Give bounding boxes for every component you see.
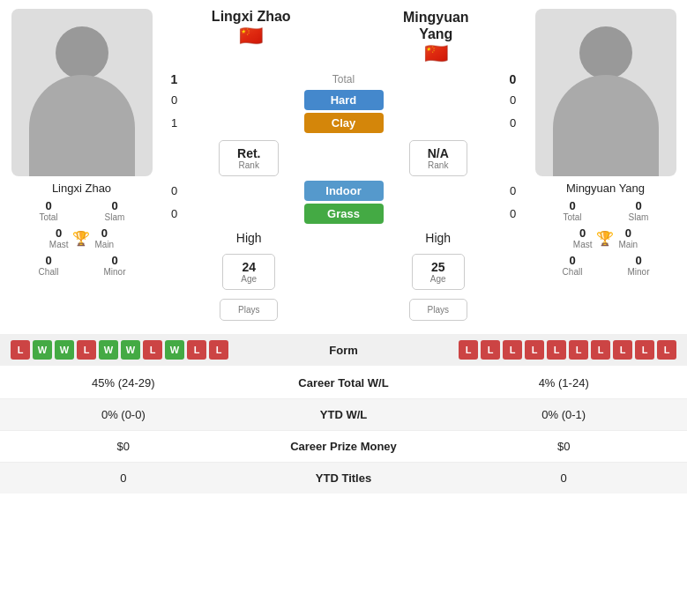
form-rl9: L: [635, 340, 654, 360]
form-center-label: Form: [291, 344, 397, 357]
right-mast-box: 0Mast: [573, 226, 593, 249]
form-rl10: L: [657, 340, 676, 360]
left-plays-box: Plays: [220, 299, 278, 321]
left-slam-box: 0Slam: [88, 199, 141, 222]
left-name: Lingxi Zhao: [52, 182, 111, 195]
indoor-row: 0 Indoor 0: [159, 181, 528, 201]
rank-boxes-row: Ret. Rank N/A Rank: [159, 140, 528, 176]
career-wl-row: 45% (24-29) Career Total W/L 4% (1-24): [0, 367, 687, 399]
hard-row: 0 Hard 0: [159, 90, 528, 110]
plays-boxes-row: Plays Plays: [159, 299, 528, 321]
form-l4: L: [187, 340, 206, 360]
right-total-box: 0Total: [546, 199, 599, 222]
right-stats-grid: 0Total 0Slam: [528, 199, 683, 222]
left-chall-box: 0Chall: [22, 254, 75, 277]
form-l2: L: [77, 340, 96, 360]
form-w5: W: [165, 340, 184, 360]
right-chall-box: 0Chall: [546, 254, 599, 277]
form-left-badges: L W W L W W L W L L: [11, 340, 291, 360]
left-stats-grid: 0Total 0Slam: [4, 199, 159, 222]
form-rl8: L: [613, 340, 632, 360]
form-rl3: L: [503, 340, 522, 360]
left-player: Lingxi Zhao 0Total 0Slam 0Mast 🏆 0Main 0…: [4, 9, 159, 277]
ytd-wl-label: YTD W/L: [234, 408, 454, 421]
form-rl2: L: [481, 340, 500, 360]
left-name-top: Lingxi Zhao 🇨🇳: [159, 9, 344, 65]
names-row: Lingxi Zhao 🇨🇳 MingyuanYang 🇨🇳: [159, 9, 528, 65]
right-name: Mingyuan Yang: [566, 182, 645, 195]
right-plays-box: Plays: [409, 299, 467, 321]
form-l5: L: [209, 340, 228, 360]
left-chall-grid: 0Chall 0Minor: [4, 254, 159, 277]
clay-row: 1 Clay 0: [159, 113, 528, 133]
left-mast-row: 0Mast 🏆 0Main: [49, 226, 114, 249]
titles-left: 0: [13, 471, 234, 485]
ytd-wl-left: 0% (0-0): [13, 408, 234, 421]
titles-label: YTD Titles: [234, 471, 454, 485]
left-avatar: [11, 9, 153, 176]
right-slam-box: 0Slam: [612, 199, 665, 222]
right-trophy: 🏆: [596, 230, 614, 247]
right-mast-row: 0Mast 🏆 0Main: [573, 226, 638, 249]
form-l3: L: [143, 340, 162, 360]
prize-row: $0 Career Prize Money $0: [0, 431, 687, 463]
prize-right: $0: [453, 440, 674, 453]
form-w3: W: [99, 340, 118, 360]
left-total-box: 0Total: [22, 199, 75, 222]
prize-label: Career Prize Money: [234, 440, 454, 453]
form-right-badges: L L L L L L L L L L: [397, 340, 677, 360]
high-labels-row: High High: [159, 231, 528, 245]
ytd-wl-row: 0% (0-0) YTD W/L 0% (0-1): [0, 399, 687, 431]
left-minor-box: 0Minor: [88, 254, 141, 277]
right-name-top: MingyuanYang 🇨🇳: [344, 9, 529, 65]
left-main-box: 0Main: [94, 226, 114, 249]
ytd-wl-right: 0% (0-1): [453, 408, 674, 421]
form-w4: W: [121, 340, 140, 360]
total-score-row: 1 Total 0: [159, 72, 528, 86]
left-rank-box: Ret. Rank: [219, 140, 279, 176]
form-l1: L: [11, 340, 30, 360]
right-avatar: [535, 9, 676, 176]
titles-right: 0: [453, 471, 674, 485]
center-panel: Lingxi Zhao 🇨🇳 MingyuanYang 🇨🇳 1 Total 0…: [159, 9, 528, 325]
grass-row: 0 Grass 0: [159, 204, 528, 224]
form-row: L W W L W W L W L L Form L L L L L L L L…: [0, 334, 687, 366]
prize-left: $0: [13, 440, 234, 453]
left-mast-box: 0Mast: [49, 226, 69, 249]
left-age-box: 24 Age: [222, 254, 275, 290]
form-rl6: L: [569, 340, 588, 360]
right-minor-box: 0Minor: [612, 254, 665, 277]
form-w2: W: [55, 340, 74, 360]
form-rl7: L: [591, 340, 610, 360]
form-rl1: L: [459, 340, 478, 360]
right-age-box: 25 Age: [412, 254, 465, 290]
top-section: Lingxi Zhao 0Total 0Slam 0Mast 🏆 0Main 0…: [0, 0, 687, 330]
left-trophy: 🏆: [72, 230, 90, 247]
right-rank-box: N/A Rank: [409, 140, 467, 176]
age-boxes-row: 24 Age 25 Age: [159, 254, 528, 290]
career-wl-label: Career Total W/L: [234, 376, 454, 390]
right-main-box: 0Main: [618, 226, 638, 249]
right-player: Mingyuan Yang 0Total 0Slam 0Mast 🏆 0Main…: [528, 9, 683, 277]
form-rl4: L: [525, 340, 544, 360]
titles-row: 0 YTD Titles 0: [0, 463, 687, 494]
form-rl5: L: [547, 340, 566, 360]
career-wl-right: 4% (1-24): [453, 376, 674, 390]
career-wl-left: 45% (24-29): [13, 376, 234, 390]
form-w1: W: [33, 340, 52, 360]
right-chall-grid: 0Chall 0Minor: [528, 254, 683, 277]
